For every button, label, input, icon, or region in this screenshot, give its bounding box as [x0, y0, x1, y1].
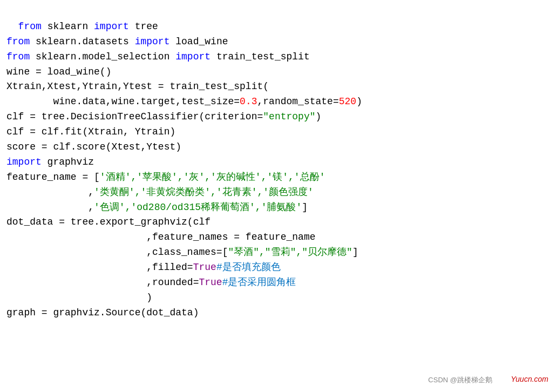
keyword-import-1: import	[94, 21, 129, 32]
keyword-import-3: import	[175, 51, 210, 62]
watermark: Yuucn.com	[511, 374, 548, 386]
code-block: from sklearn import tree from sklearn.da…	[6, 4, 551, 321]
number-520: 520	[339, 96, 356, 107]
keyword-from-3: from	[6, 51, 30, 62]
keyword-import-2: import	[135, 36, 170, 47]
comment-rounded: #是否采用圆角框	[222, 277, 296, 288]
keyword-import-4: import	[6, 157, 42, 167]
comment-filled: #是否填充颜色	[216, 262, 281, 273]
csdn-label: CSDN @跳楼梯企鹅	[428, 375, 492, 386]
keyword-true-2: True	[199, 277, 222, 288]
number-0.3: 0.3	[240, 96, 257, 107]
keyword-from-1: from	[18, 21, 42, 32]
keyword-from-2: from	[6, 36, 30, 47]
string-wine-list: '酒精','苹果酸','灰','灰的碱性','镁','总酚'	[100, 172, 325, 183]
string-entropy: "entropy"	[263, 111, 315, 122]
keyword-true-1: True	[193, 262, 216, 273]
